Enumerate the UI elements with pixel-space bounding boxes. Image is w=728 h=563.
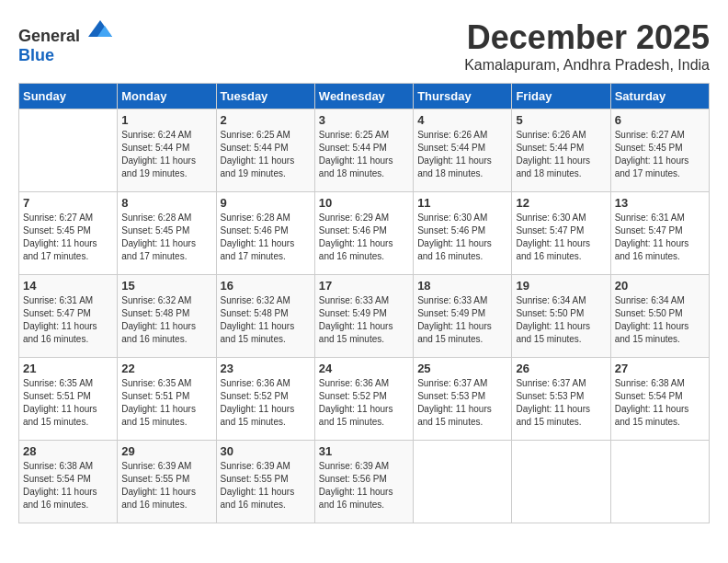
day-sunrise: Sunrise: 6:31 AMSunset: 5:47 PMDaylight:… (23, 295, 97, 344)
calendar-cell: 9 Sunrise: 6:28 AMSunset: 5:46 PMDayligh… (216, 192, 314, 275)
day-number: 14 (23, 279, 113, 293)
day-sunrise: Sunrise: 6:29 AMSunset: 5:46 PMDaylight:… (319, 213, 393, 261)
logo-general: General (18, 27, 80, 45)
location-title: Kamalapuram, Andhra Pradesh, India (464, 57, 710, 74)
day-number: 3 (319, 113, 409, 127)
day-sunrise: Sunrise: 6:25 AMSunset: 5:44 PMDaylight:… (319, 130, 393, 178)
calendar-cell: 10 Sunrise: 6:29 AMSunset: 5:46 PMDaylig… (314, 192, 413, 275)
calendar-cell: 11 Sunrise: 6:30 AMSunset: 5:46 PMDaylig… (414, 192, 512, 275)
day-sunrise: Sunrise: 6:30 AMSunset: 5:47 PMDaylight:… (516, 213, 590, 261)
day-sunrise: Sunrise: 6:35 AMSunset: 5:51 PMDaylight:… (121, 378, 196, 427)
day-number: 9 (221, 196, 311, 210)
calendar-header-thursday: Thursday (414, 84, 512, 109)
calendar-cell: 22 Sunrise: 6:35 AMSunset: 5:51 PMDaylig… (118, 358, 216, 441)
calendar-cell: 29 Sunrise: 6:39 AMSunset: 5:55 PMDaylig… (118, 441, 216, 523)
calendar-cell: 1 Sunrise: 6:24 AMSunset: 5:44 PMDayligh… (118, 109, 216, 192)
calendar-week-row: 1 Sunrise: 6:24 AMSunset: 5:44 PMDayligh… (19, 109, 710, 192)
calendar-table: SundayMondayTuesdayWednesdayThursdayFrid… (18, 83, 710, 523)
calendar-cell: 17 Sunrise: 6:33 AMSunset: 5:49 PMDaylig… (314, 275, 413, 358)
day-sunrise: Sunrise: 6:27 AMSunset: 5:45 PMDaylight:… (23, 213, 97, 261)
day-number: 28 (23, 444, 113, 458)
day-number: 25 (417, 362, 507, 375)
month-title: December 2025 (464, 18, 710, 57)
calendar-cell: 5 Sunrise: 6:26 AMSunset: 5:44 PMDayligh… (512, 109, 610, 192)
page-header: General Blue December 2025 Kamalapuram, … (18, 18, 710, 74)
calendar-cell (512, 441, 610, 523)
day-number: 31 (319, 444, 409, 458)
calendar-header-wednesday: Wednesday (314, 84, 413, 109)
day-sunrise: Sunrise: 6:30 AMSunset: 5:46 PMDaylight:… (417, 213, 492, 261)
calendar-cell: 18 Sunrise: 6:33 AMSunset: 5:49 PMDaylig… (414, 275, 512, 358)
calendar-cell: 28 Sunrise: 6:38 AMSunset: 5:54 PMDaylig… (19, 441, 118, 523)
calendar-cell: 14 Sunrise: 6:31 AMSunset: 5:47 PMDaylig… (19, 275, 118, 358)
calendar-cell: 30 Sunrise: 6:39 AMSunset: 5:55 PMDaylig… (216, 441, 314, 523)
calendar-cell: 16 Sunrise: 6:32 AMSunset: 5:48 PMDaylig… (216, 275, 314, 358)
calendar-cell: 20 Sunrise: 6:34 AMSunset: 5:50 PMDaylig… (610, 275, 709, 358)
day-number: 29 (121, 444, 211, 458)
calendar-cell: 2 Sunrise: 6:25 AMSunset: 5:44 PMDayligh… (216, 109, 314, 192)
calendar-cell (414, 441, 512, 523)
day-sunrise: Sunrise: 6:37 AMSunset: 5:53 PMDaylight:… (417, 378, 492, 427)
calendar-cell: 3 Sunrise: 6:25 AMSunset: 5:44 PMDayligh… (314, 109, 413, 192)
logo-blue: Blue (18, 46, 54, 64)
calendar-header-saturday: Saturday (610, 84, 709, 109)
day-sunrise: Sunrise: 6:26 AMSunset: 5:44 PMDaylight:… (417, 130, 492, 178)
calendar-cell: 31 Sunrise: 6:39 AMSunset: 5:56 PMDaylig… (314, 441, 413, 523)
day-number: 24 (319, 362, 409, 375)
calendar-cell: 26 Sunrise: 6:37 AMSunset: 5:53 PMDaylig… (512, 358, 610, 441)
calendar-cell: 7 Sunrise: 6:27 AMSunset: 5:45 PMDayligh… (19, 192, 118, 275)
calendar-cell: 15 Sunrise: 6:32 AMSunset: 5:48 PMDaylig… (118, 275, 216, 358)
calendar-cell: 8 Sunrise: 6:28 AMSunset: 5:45 PMDayligh… (118, 192, 216, 275)
day-sunrise: Sunrise: 6:38 AMSunset: 5:54 PMDaylight:… (23, 461, 97, 510)
day-number: 20 (615, 279, 705, 293)
calendar-header-sunday: Sunday (19, 84, 118, 109)
day-sunrise: Sunrise: 6:28 AMSunset: 5:46 PMDaylight:… (221, 213, 295, 261)
title-area: December 2025 Kamalapuram, Andhra Prades… (464, 18, 710, 74)
calendar-cell: 21 Sunrise: 6:35 AMSunset: 5:51 PMDaylig… (19, 358, 118, 441)
day-sunrise: Sunrise: 6:26 AMSunset: 5:44 PMDaylight:… (516, 130, 590, 178)
calendar-cell: 4 Sunrise: 6:26 AMSunset: 5:44 PMDayligh… (414, 109, 512, 192)
calendar-cell (610, 441, 709, 523)
day-number: 23 (221, 362, 311, 375)
calendar-cell: 24 Sunrise: 6:36 AMSunset: 5:52 PMDaylig… (314, 358, 413, 441)
calendar-cell (19, 109, 118, 192)
day-sunrise: Sunrise: 6:27 AMSunset: 5:45 PMDaylight:… (615, 130, 689, 178)
day-sunrise: Sunrise: 6:35 AMSunset: 5:51 PMDaylight:… (23, 378, 97, 427)
day-sunrise: Sunrise: 6:37 AMSunset: 5:53 PMDaylight:… (516, 378, 590, 427)
calendar-cell: 23 Sunrise: 6:36 AMSunset: 5:52 PMDaylig… (216, 358, 314, 441)
day-number: 11 (417, 196, 507, 210)
calendar-week-row: 14 Sunrise: 6:31 AMSunset: 5:47 PMDaylig… (19, 275, 710, 358)
calendar-cell: 6 Sunrise: 6:27 AMSunset: 5:45 PMDayligh… (610, 109, 709, 192)
day-sunrise: Sunrise: 6:39 AMSunset: 5:55 PMDaylight:… (121, 461, 196, 510)
calendar-header-monday: Monday (118, 84, 216, 109)
day-sunrise: Sunrise: 6:39 AMSunset: 5:55 PMDaylight:… (221, 461, 295, 510)
calendar-cell: 25 Sunrise: 6:37 AMSunset: 5:53 PMDaylig… (414, 358, 512, 441)
day-number: 1 (121, 113, 211, 127)
day-number: 7 (23, 196, 113, 210)
calendar-week-row: 28 Sunrise: 6:38 AMSunset: 5:54 PMDaylig… (19, 441, 710, 523)
day-number: 27 (615, 362, 705, 375)
calendar-week-row: 21 Sunrise: 6:35 AMSunset: 5:51 PMDaylig… (19, 358, 710, 441)
day-sunrise: Sunrise: 6:34 AMSunset: 5:50 PMDaylight:… (615, 295, 689, 344)
calendar-header-friday: Friday (512, 84, 610, 109)
day-sunrise: Sunrise: 6:31 AMSunset: 5:47 PMDaylight:… (615, 213, 689, 261)
day-sunrise: Sunrise: 6:24 AMSunset: 5:44 PMDaylight:… (121, 130, 196, 178)
day-number: 8 (121, 196, 211, 210)
day-number: 17 (319, 279, 409, 293)
day-sunrise: Sunrise: 6:32 AMSunset: 5:48 PMDaylight:… (221, 295, 295, 344)
day-number: 13 (615, 196, 705, 210)
calendar-header-tuesday: Tuesday (216, 84, 314, 109)
day-number: 22 (121, 362, 211, 375)
calendar-cell: 13 Sunrise: 6:31 AMSunset: 5:47 PMDaylig… (610, 192, 709, 275)
day-sunrise: Sunrise: 6:34 AMSunset: 5:50 PMDaylight:… (516, 295, 590, 344)
day-sunrise: Sunrise: 6:39 AMSunset: 5:56 PMDaylight:… (319, 461, 393, 510)
day-number: 4 (417, 113, 507, 127)
day-sunrise: Sunrise: 6:36 AMSunset: 5:52 PMDaylight:… (319, 378, 393, 427)
calendar-cell: 19 Sunrise: 6:34 AMSunset: 5:50 PMDaylig… (512, 275, 610, 358)
day-sunrise: Sunrise: 6:28 AMSunset: 5:45 PMDaylight:… (121, 213, 196, 261)
day-number: 30 (221, 444, 311, 458)
logo-icon (86, 18, 114, 41)
day-sunrise: Sunrise: 6:33 AMSunset: 5:49 PMDaylight:… (319, 295, 393, 344)
logo-text: General Blue (18, 18, 114, 65)
calendar-header-row: SundayMondayTuesdayWednesdayThursdayFrid… (19, 84, 710, 109)
